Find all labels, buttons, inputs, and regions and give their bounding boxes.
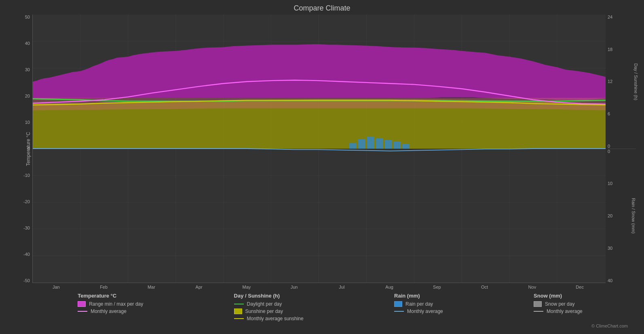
legend-label-daylight: Daylight per day — [247, 301, 282, 307]
legend-swatch-rain — [394, 301, 402, 307]
y-tick-right-top: 6 — [608, 111, 636, 116]
x-tick-nov: Nov — [509, 285, 556, 289]
chart-svg — [33, 15, 606, 283]
y-tick: -30 — [23, 226, 30, 230]
x-tick-jul: Jul — [318, 285, 366, 289]
legend-item-snow-avg: Monthly average — [534, 308, 583, 314]
legend-label-sunshine-avg: Monthly average sunshine — [247, 316, 304, 321]
y-axis-right-sunshine-label: Day / Sunshine (h) — [633, 63, 638, 100]
x-tick-sep: Sep — [413, 285, 461, 289]
y-tick-right-bottom: 40 — [608, 278, 636, 283]
legend-temperature-title: Temperature °C — [78, 293, 143, 299]
legend-snow-title: Snow (mm) — [534, 293, 583, 299]
y-tick: 30 — [25, 67, 30, 72]
y-tick: -40 — [23, 252, 30, 257]
x-tick-aug: Aug — [365, 285, 413, 289]
x-axis: Jan Feb Mar Apr May Jun Jul Aug Sep Oct … — [32, 283, 604, 289]
x-tick-oct: Oct — [461, 285, 509, 289]
y-tick: -50 — [23, 278, 30, 283]
legend-line-daylight — [234, 304, 244, 304]
x-tick-jun: Jun — [270, 285, 318, 289]
svg-rect-31 — [349, 143, 357, 149]
legend-swatch-temp-range — [78, 301, 86, 307]
y-tick: -10 — [23, 173, 30, 178]
legend-sunshine-title: Day / Sunshine (h) — [234, 293, 304, 299]
x-tick-apr: Apr — [175, 285, 223, 289]
legend-label-rain: Rain per day — [405, 301, 433, 307]
svg-rect-37 — [402, 144, 410, 149]
legend-item-temp-avg: Monthly average — [78, 308, 143, 314]
legend-temperature: Temperature °C Range min / max per day M… — [78, 293, 143, 321]
y-axis-left-label: Temperature °C — [25, 132, 31, 166]
y-tick: 40 — [25, 41, 30, 46]
legend-label-rain-avg: Monthly average — [407, 308, 443, 314]
y-axis-right-rain-label: Rain / Snow (mm) — [631, 198, 636, 234]
svg-rect-32 — [358, 139, 365, 149]
legend-label-temp-avg: Monthly average — [91, 308, 127, 314]
legend-label-sunshine: Sunshine per day — [245, 308, 283, 314]
x-tick-feb: Feb — [80, 285, 128, 289]
svg-rect-36 — [393, 141, 401, 149]
y-tick: 50 — [25, 15, 30, 19]
x-tick-jan: Jan — [32, 285, 80, 289]
legend-sunshine: Day / Sunshine (h) Daylight per day Suns… — [234, 293, 304, 321]
legend-swatch-sunshine — [234, 308, 242, 314]
legend-area: Temperature °C Range min / max per day M… — [8, 289, 636, 323]
y-tick-right-top: 0 — [608, 144, 636, 149]
y-tick-right-bottom: 0 — [608, 149, 636, 154]
y-tick-right-bottom: 30 — [608, 246, 636, 251]
legend-item-rain: Rain per day — [394, 301, 443, 307]
legend-item-rain-avg: Monthly average — [394, 308, 443, 314]
legend-label-snow: Snow per day — [545, 301, 574, 307]
legend-item-sunshine: Sunshine per day — [234, 308, 304, 314]
x-tick-may: May — [223, 285, 270, 289]
y-tick-right-bottom: 10 — [608, 181, 636, 186]
x-tick-mar: Mar — [128, 285, 175, 289]
y-tick-right-top: 12 — [608, 79, 636, 84]
svg-rect-33 — [367, 136, 374, 149]
legend-line-snow-avg — [534, 311, 543, 312]
legend-item-daylight: Daylight per day — [234, 301, 304, 307]
y-tick-right-top: 18 — [608, 47, 636, 52]
legend-snow: Snow (mm) Snow per day Monthly average — [534, 293, 583, 321]
legend-item-temp-range: Range min / max per day — [78, 301, 143, 307]
legend-rain: Rain (mm) Rain per day Monthly average — [394, 293, 443, 321]
y-tick: -20 — [23, 199, 30, 204]
legend-label-snow-avg: Monthly average — [547, 308, 583, 314]
legend-item-sunshine-avg: Monthly average sunshine — [234, 316, 304, 321]
x-tick-dec: Dec — [556, 285, 604, 289]
legend-label-temp-range: Range min / max per day — [89, 301, 143, 307]
svg-rect-34 — [376, 138, 383, 149]
legend-line-temp-avg — [78, 311, 87, 312]
y-tick: 20 — [25, 94, 30, 98]
copyright: © ClimeChart.com — [8, 323, 636, 330]
legend-line-sunshine-avg — [234, 318, 244, 319]
page-title: Compare Climate — [8, 4, 636, 13]
y-tick: 10 — [25, 120, 30, 125]
y-tick-right-top: 24 — [608, 15, 636, 19]
legend-item-snow: Snow per day — [534, 301, 583, 307]
legend-swatch-snow — [534, 301, 542, 307]
legend-rain-title: Rain (mm) — [394, 293, 443, 299]
legend-line-rain-avg — [394, 311, 404, 312]
svg-rect-35 — [384, 140, 392, 149]
